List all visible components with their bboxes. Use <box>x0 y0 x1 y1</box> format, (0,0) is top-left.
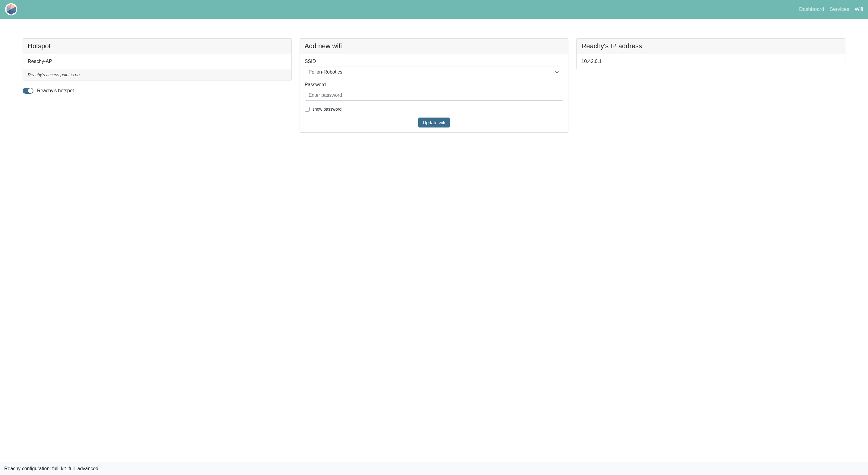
hotspot-card-body: Reachy-AP <box>23 54 291 69</box>
ssid-label: SSID <box>305 59 564 64</box>
update-wifi-button[interactable]: Update wifi <box>418 118 450 127</box>
nav-link-wifi[interactable]: Wifi <box>855 6 863 12</box>
ssid-select[interactable]: Pollen-Robotics <box>305 67 564 77</box>
hotspot-card-footer: Reachy's access point is on. <box>23 69 291 80</box>
ip-card: Reachy's IP address 10.42.0.1 <box>576 38 845 69</box>
wifi-form-card: Add new wifi SSID Pollen-Robotics <box>300 38 569 133</box>
footer: Reachy configuration: full_kit_full_adva… <box>0 462 868 475</box>
ssid-field-group: SSID Pollen-Robotics <box>305 59 564 77</box>
ip-card-title: Reachy's IP address <box>577 39 845 54</box>
hotspot-toggle[interactable] <box>23 88 33 94</box>
cards-row: Hotspot Reachy-AP Reachy's access point … <box>23 38 845 133</box>
ssid-select-wrapper: Pollen-Robotics <box>305 67 564 77</box>
navbar-nav: Dashboard Services Wifi <box>799 6 863 12</box>
ip-column: Reachy's IP address 10.42.0.1 <box>576 38 845 69</box>
footer-text: Reachy configuration: full_kit_full_adva… <box>4 466 98 471</box>
hotspot-toggle-row: Reachy's hotspot <box>23 88 292 94</box>
ip-card-body: 10.42.0.1 <box>577 54 845 69</box>
hotspot-network-name: Reachy-AP <box>28 59 52 64</box>
hotspot-toggle-knob <box>28 88 33 93</box>
navbar: Dashboard Services Wifi <box>0 0 868 19</box>
wifi-form-column: Add new wifi SSID Pollen-Robotics <box>300 38 569 133</box>
nav-link-services[interactable]: Services <box>830 6 849 12</box>
show-password-check: show password <box>305 107 564 112</box>
hotspot-card: Hotspot Reachy-AP Reachy's access point … <box>23 38 292 81</box>
brand-link[interactable] <box>5 3 18 16</box>
password-label: Password <box>305 82 564 87</box>
submit-button-wrap: Update wifi <box>305 118 564 127</box>
show-password-label[interactable]: show password <box>313 107 342 112</box>
main-container: Hotspot Reachy-AP Reachy's access point … <box>0 19 868 462</box>
password-field-group: Password <box>305 82 564 101</box>
password-input[interactable] <box>305 90 564 101</box>
wifi-form-card-title: Add new wifi <box>300 39 568 54</box>
ip-address-value: 10.42.0.1 <box>581 59 601 64</box>
hotspot-toggle-label: Reachy's hotspot <box>37 88 74 93</box>
wifi-form-card-body: SSID Pollen-Robotics Password <box>300 54 568 132</box>
hotspot-card-title: Hotspot <box>23 39 291 54</box>
hotspot-column: Hotspot Reachy-AP Reachy's access point … <box>23 38 292 94</box>
nav-link-dashboard[interactable]: Dashboard <box>799 6 824 12</box>
logo-icon <box>5 3 18 16</box>
show-password-checkbox[interactable] <box>305 107 310 112</box>
